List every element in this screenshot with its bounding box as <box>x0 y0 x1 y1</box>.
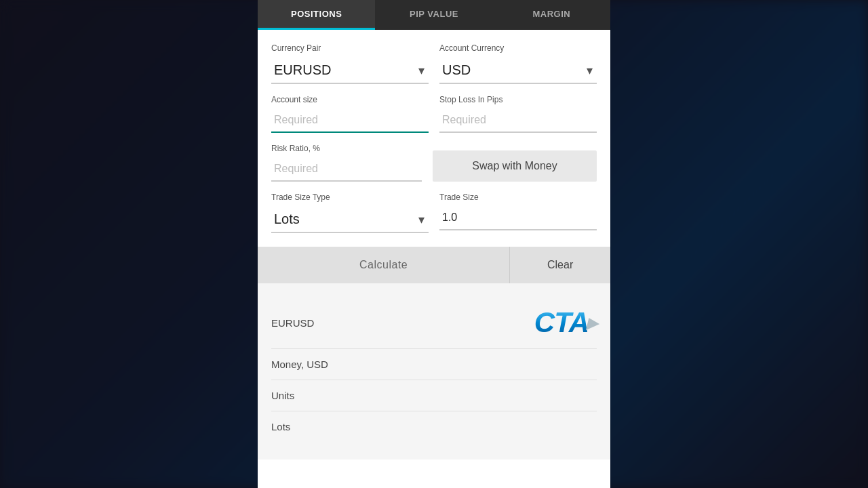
trade-size-input[interactable] <box>439 206 597 230</box>
account-size-input[interactable] <box>271 108 429 133</box>
stop-loss-col: Stop Loss In Pips <box>439 95 597 133</box>
result-currency-pair: EURUSD CTA ▸ <box>271 297 597 349</box>
cta-logo-text: CTA <box>534 306 589 339</box>
tab-pip-value[interactable]: PIP VALUE <box>375 0 492 30</box>
cta-logo: CTA ▸ <box>534 306 597 339</box>
account-stop-row: Account size Stop Loss In Pips <box>271 95 597 133</box>
risk-row: Risk Ratio, % Swap with Money <box>271 144 597 182</box>
currency-pair-label: Currency Pair <box>271 43 429 53</box>
swap-button[interactable]: Swap with Money <box>433 150 597 182</box>
account-size-label: Account size <box>271 95 429 104</box>
result-units: Units <box>271 380 597 411</box>
trade-size-col: Trade Size <box>439 192 597 233</box>
currency-pair-col: Currency Pair EURUSD GBPUSD USDJPY AUDUS… <box>271 43 429 84</box>
tab-bar: POSITIONS PIP VALUE MARGIN <box>258 0 610 30</box>
tab-margin[interactable]: MARGIN <box>493 0 610 30</box>
results-section: EURUSD CTA ▸ Money, USD Units Lots <box>258 283 610 460</box>
account-size-col: Account size <box>271 95 429 133</box>
trade-size-type-select[interactable]: Lots Units Mini Lots <box>271 206 429 233</box>
result-money-label: Money, USD <box>271 359 328 370</box>
action-row: Calculate Clear <box>258 247 610 283</box>
main-panel: POSITIONS PIP VALUE MARGIN Currency Pair… <box>258 0 610 488</box>
currency-pair-select[interactable]: EURUSD GBPUSD USDJPY AUDUSD USDCHF <box>271 57 429 84</box>
account-currency-label: Account Currency <box>439 43 597 53</box>
result-money: Money, USD <box>271 349 597 380</box>
currency-row: Currency Pair EURUSD GBPUSD USDJPY AUDUS… <box>271 43 597 84</box>
trade-size-type-select-wrapper: Lots Units Mini Lots ▾ <box>271 206 429 233</box>
trade-size-label: Trade Size <box>439 192 597 202</box>
trade-size-type-col: Trade Size Type Lots Units Mini Lots ▾ <box>271 192 429 233</box>
currency-pair-select-wrapper: EURUSD GBPUSD USDJPY AUDUSD USDCHF ▾ <box>271 57 429 84</box>
trade-size-type-label: Trade Size Type <box>271 192 429 202</box>
clear-button[interactable]: Clear <box>509 247 610 283</box>
result-units-label: Units <box>271 390 294 401</box>
trade-row: Trade Size Type Lots Units Mini Lots ▾ T… <box>271 192 597 233</box>
stop-loss-input[interactable] <box>439 108 597 133</box>
account-currency-select[interactable]: USD EUR GBP JPY <box>439 57 597 84</box>
cta-logo-arrow: ▸ <box>586 310 597 336</box>
risk-ratio-label: Risk Ratio, % <box>271 144 422 153</box>
stop-loss-label: Stop Loss In Pips <box>439 95 597 104</box>
result-lots: Lots <box>271 411 597 442</box>
calculate-button[interactable]: Calculate <box>258 247 509 283</box>
risk-ratio-input[interactable] <box>271 157 422 182</box>
form-body: Currency Pair EURUSD GBPUSD USDJPY AUDUS… <box>258 30 610 283</box>
account-currency-select-wrapper: USD EUR GBP JPY ▾ <box>439 57 597 84</box>
result-currency-pair-label: EURUSD <box>271 317 314 329</box>
account-currency-col: Account Currency USD EUR GBP JPY ▾ <box>439 43 597 84</box>
risk-ratio-col: Risk Ratio, % <box>271 144 422 182</box>
result-lots-label: Lots <box>271 421 290 432</box>
tab-positions[interactable]: POSITIONS <box>258 0 375 30</box>
